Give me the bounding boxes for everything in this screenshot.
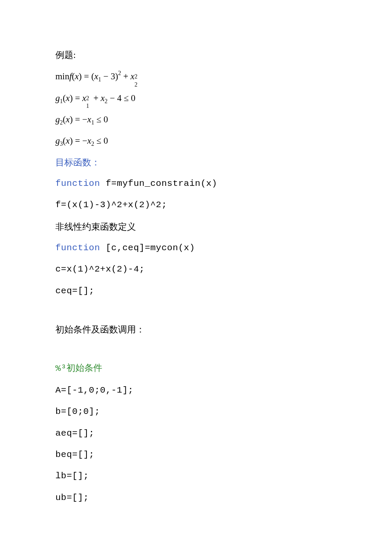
g3-x: x: [66, 136, 69, 146]
g2-g: g: [55, 114, 60, 124]
comment-percent: %³: [55, 364, 66, 373]
g3-g: g: [55, 136, 60, 146]
comment-initial-condition: %³初始条件: [55, 362, 337, 375]
code-f-assignment: f=(x(1)-3)^2+x(2)^2;: [55, 199, 337, 211]
equation-g1: g1(x) = x21 + x2 − 4 ≤ 0: [55, 92, 337, 104]
code-fn1-rest: f=myfun_constrain(x): [100, 179, 217, 188]
g1-x1-sub: 1: [86, 102, 89, 110]
code-ceq-assignment: ceq=[];: [55, 285, 337, 297]
g1-x1-sup: 2: [86, 95, 89, 102]
g2-x1-sub: 1: [91, 119, 94, 126]
keyword-function-1: function: [55, 179, 100, 188]
minf-sq: 2: [118, 70, 121, 76]
g1-tail: − 4 ≤ 0: [107, 93, 135, 103]
minf-x2: x: [130, 71, 134, 81]
g2-tail: ≤ 0: [94, 114, 108, 124]
label-nonlinear-constraint: 非线性约束函数定义: [55, 221, 337, 233]
g1-g: g: [55, 93, 60, 103]
equation-g3: g3(x) = −x2 ≤ 0: [55, 135, 337, 147]
g2-x1: x: [87, 114, 91, 124]
spacer: [55, 306, 337, 324]
heading-example: 例题:: [55, 49, 337, 61]
keyword-function-2: function: [55, 243, 100, 253]
g1-x1: x: [82, 93, 86, 103]
comment-text: 初始条件: [66, 363, 102, 373]
g2-x: x: [66, 114, 69, 124]
minf-x: x: [75, 71, 79, 81]
g3-x2: x: [87, 136, 91, 146]
code-function-mycon: function [c,ceq]=mycon(x): [55, 242, 337, 254]
equation-g2: g2(x) = −x1 ≤ 0: [55, 113, 337, 125]
code-aeq: aeq=[];: [55, 428, 337, 439]
minf-x2-sub: 2: [135, 81, 138, 89]
code-fn2-rest: [c,ceq]=mycon(x): [100, 243, 195, 253]
code-beq: beq=[];: [55, 449, 337, 461]
g1-plus: +: [91, 93, 101, 103]
code-c-assignment: c=x(1)^2+x(2)-4;: [55, 263, 337, 275]
label-objective-function: 目标函数：: [55, 156, 337, 168]
equation-minf: minf(x) = (x1 − 3)2 + x22: [55, 70, 337, 82]
g1-x2: x: [101, 93, 104, 103]
minf-minus3: − 3): [101, 71, 118, 81]
code-ub: ub=[];: [55, 492, 337, 504]
minf-prefix: min: [55, 71, 69, 81]
g1-close: ) =: [70, 93, 82, 103]
label-initial-and-call: 初始条件及函数调用：: [55, 324, 337, 335]
g2-close: ) = −: [70, 114, 87, 124]
g3-tail: ≤ 0: [94, 136, 108, 146]
code-function-myfun: function f=myfun_constrain(x): [55, 178, 337, 190]
code-b: b=[0;0];: [55, 406, 337, 418]
spacer: [55, 345, 337, 362]
g3-close: ) = −: [70, 136, 87, 146]
minf-close: ) = (: [79, 71, 94, 81]
g1-x: x: [66, 93, 69, 103]
minf-open: (: [72, 71, 75, 81]
minf-x1: x: [94, 71, 98, 81]
minf-plus: +: [121, 71, 130, 81]
g3-x2-sub: 2: [91, 141, 94, 147]
minf-x2-sup: 2: [135, 73, 138, 81]
code-lb: lb=[];: [55, 470, 337, 482]
code-A: A=[-1,0;0,-1];: [55, 384, 337, 396]
